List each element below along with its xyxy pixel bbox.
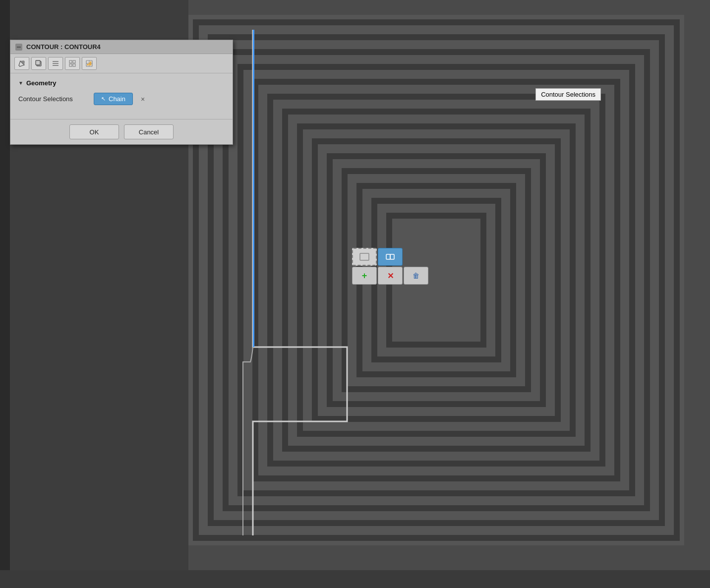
dialog-titlebar: CONTOUR : CONTOUR4: [10, 40, 233, 54]
vt-row-1: [352, 248, 428, 266]
svg-rect-29: [53, 65, 59, 66]
chain-button[interactable]: ↖ Chain: [94, 93, 133, 105]
dialog-body: ▼ Geometry Contour Selections ↖ Chain ×: [10, 73, 233, 119]
svg-rect-38: [89, 62, 90, 65]
dialog-footer: OK Cancel: [10, 119, 233, 144]
toolbar-layers-btn[interactable]: [48, 57, 63, 70]
add-icon: +: [362, 271, 367, 281]
vt-row-2: + ✕ 🗑: [352, 267, 428, 285]
vt-select-btn[interactable]: [352, 248, 377, 266]
svg-rect-33: [73, 64, 75, 66]
svg-rect-20: [360, 253, 369, 260]
svg-rect-24: [17, 47, 21, 48]
title-icon: [15, 44, 22, 51]
contour-selections-tooltip: Contour Selections: [535, 88, 601, 101]
contour-dialog: CONTOUR : CONTOUR4: [10, 40, 233, 145]
vt-chain-btn[interactable]: [378, 248, 403, 266]
section-title: Geometry: [26, 79, 57, 87]
toolbar-pencil-btn[interactable]: [14, 57, 29, 70]
section-arrow: ▼: [18, 80, 23, 86]
toolbar-copy-btn[interactable]: [31, 57, 46, 70]
svg-rect-39: [90, 61, 91, 65]
remove-icon: ✕: [387, 271, 394, 281]
svg-rect-18: [0, 0, 10, 588]
toolbar-chart-btn[interactable]: [82, 57, 97, 70]
chain-close-button[interactable]: ×: [139, 94, 147, 104]
geometry-section-header: ▼ Geometry: [18, 79, 225, 87]
close-icon: ×: [141, 95, 145, 103]
dialog-title: CONTOUR : CONTOUR4: [26, 43, 101, 51]
ok-button[interactable]: OK: [69, 124, 119, 139]
cursor-icon: ↖: [101, 96, 106, 102]
vt-add-btn[interactable]: +: [352, 267, 377, 285]
toolbar-grid-btn[interactable]: [65, 57, 80, 70]
svg-rect-30: [69, 60, 72, 63]
contour-selections-row: Contour Selections ↖ Chain ×: [18, 93, 225, 105]
svg-rect-27: [53, 61, 59, 62]
contour-selections-label: Contour Selections: [18, 95, 88, 103]
cancel-button[interactable]: Cancel: [124, 124, 174, 139]
trash-icon: 🗑: [413, 272, 419, 280]
dialog-toolbar: [10, 54, 233, 73]
svg-rect-28: [53, 63, 59, 64]
svg-rect-37: [87, 64, 88, 65]
svg-rect-32: [69, 64, 72, 66]
viewport-inline-toolbar: + ✕ 🗑: [352, 248, 428, 285]
svg-rect-26: [36, 60, 40, 65]
vt-delete-btn[interactable]: 🗑: [404, 267, 428, 285]
svg-rect-31: [73, 60, 75, 63]
statusbar: [0, 573, 710, 588]
chain-button-label: Chain: [109, 95, 125, 103]
blue-selection-line: [253, 30, 254, 347]
vt-remove-btn[interactable]: ✕: [378, 267, 403, 285]
contour-tooltip-label: Contour Selections: [541, 91, 595, 98]
